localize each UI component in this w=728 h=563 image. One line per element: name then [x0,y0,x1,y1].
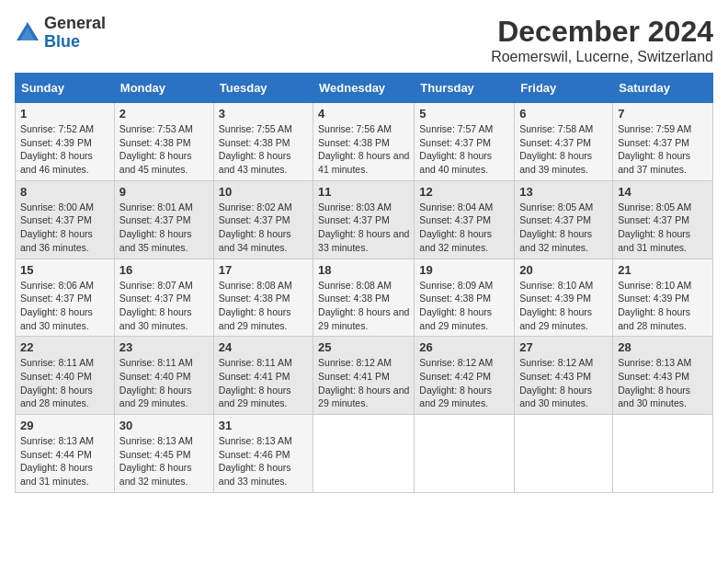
day-number: 22 [20,340,109,354]
day-number: 24 [219,340,308,354]
calendar-header-row: SundayMondayTuesdayWednesdayThursdayFrid… [16,74,713,103]
day-number: 30 [119,419,209,432]
location-subtitle: Roemerswil, Lucerne, Switzerland [491,49,713,65]
day-number: 27 [519,340,608,354]
calendar-cell: 23Sunrise: 8:11 AMSunset: 4:40 PMDayligh… [114,337,213,415]
calendar-cell [515,415,613,493]
calendar-cell: 2Sunrise: 7:53 AMSunset: 4:38 PMDaylight… [114,103,213,181]
day-info: Sunrise: 8:00 AMSunset: 4:37 PMDaylight:… [20,201,109,255]
calendar-cell: 24Sunrise: 8:11 AMSunset: 4:41 PMDayligh… [213,337,313,415]
day-number: 17 [219,263,308,277]
day-info: Sunrise: 7:56 AMSunset: 4:38 PMDaylight:… [318,122,409,177]
calendar-week-row: 29Sunrise: 8:13 AMSunset: 4:44 PMDayligh… [16,415,713,493]
day-info: Sunrise: 8:13 AMSunset: 4:46 PMDaylight:… [219,434,308,488]
day-info: Sunrise: 7:57 AMSunset: 4:37 PMDaylight:… [419,122,509,177]
day-number: 19 [419,263,509,277]
day-info: Sunrise: 7:59 AMSunset: 4:37 PMDaylight:… [618,122,708,177]
day-info: Sunrise: 8:08 AMSunset: 4:38 PMDaylight:… [318,279,409,333]
day-number: 4 [318,107,409,121]
day-info: Sunrise: 7:58 AMSunset: 4:37 PMDaylight:… [519,122,608,177]
day-number: 16 [119,263,209,277]
day-info: Sunrise: 8:12 AMSunset: 4:41 PMDaylight:… [318,356,409,410]
logo-blue-text: Blue [44,33,106,52]
calendar-cell [313,415,415,493]
day-number: 5 [419,107,509,121]
day-info: Sunrise: 8:08 AMSunset: 4:38 PMDaylight:… [219,279,308,333]
day-info: Sunrise: 8:03 AMSunset: 4:37 PMDaylight:… [318,201,409,255]
column-header-friday: Friday [515,74,613,103]
day-number: 25 [318,340,409,354]
day-info: Sunrise: 8:10 AMSunset: 4:39 PMDaylight:… [519,279,608,333]
day-number: 23 [119,340,209,354]
calendar-week-row: 1Sunrise: 7:52 AMSunset: 4:39 PMDaylight… [16,103,713,181]
calendar-cell: 26Sunrise: 8:12 AMSunset: 4:42 PMDayligh… [415,337,515,415]
day-info: Sunrise: 8:11 AMSunset: 4:41 PMDaylight:… [219,356,308,410]
calendar-cell: 27Sunrise: 8:12 AMSunset: 4:43 PMDayligh… [515,337,613,415]
calendar-cell: 21Sunrise: 8:10 AMSunset: 4:39 PMDayligh… [613,259,713,337]
calendar-cell: 19Sunrise: 8:09 AMSunset: 4:38 PMDayligh… [415,259,515,337]
calendar-cell: 20Sunrise: 8:10 AMSunset: 4:39 PMDayligh… [515,259,613,337]
day-number: 14 [618,185,708,199]
calendar-week-row: 8Sunrise: 8:00 AMSunset: 4:37 PMDaylight… [16,180,713,259]
day-number: 29 [20,419,109,432]
calendar-cell: 16Sunrise: 8:07 AMSunset: 4:37 PMDayligh… [114,259,213,337]
calendar-week-row: 15Sunrise: 8:06 AMSunset: 4:37 PMDayligh… [16,259,713,337]
day-number: 7 [618,107,708,121]
day-number: 21 [618,263,708,277]
column-header-monday: Monday [114,74,213,103]
column-header-saturday: Saturday [613,74,713,103]
calendar-cell: 3Sunrise: 7:55 AMSunset: 4:38 PMDaylight… [213,103,313,181]
day-info: Sunrise: 8:11 AMSunset: 4:40 PMDaylight:… [20,356,109,410]
calendar-cell: 6Sunrise: 7:58 AMSunset: 4:37 PMDaylight… [515,103,613,181]
day-number: 15 [20,263,109,277]
day-info: Sunrise: 8:11 AMSunset: 4:40 PMDaylight:… [119,356,209,410]
calendar-cell: 31Sunrise: 8:13 AMSunset: 4:46 PMDayligh… [213,415,313,493]
calendar-cell: 11Sunrise: 8:03 AMSunset: 4:37 PMDayligh… [313,180,415,259]
day-number: 1 [20,107,109,121]
calendar-cell: 30Sunrise: 8:13 AMSunset: 4:45 PMDayligh… [114,415,213,493]
calendar-cell: 18Sunrise: 8:08 AMSunset: 4:38 PMDayligh… [313,259,415,337]
day-number: 13 [519,185,608,199]
day-info: Sunrise: 8:07 AMSunset: 4:37 PMDaylight:… [119,279,209,333]
day-info: Sunrise: 8:09 AMSunset: 4:38 PMDaylight:… [419,279,509,333]
calendar-cell: 14Sunrise: 8:05 AMSunset: 4:37 PMDayligh… [613,180,713,259]
calendar-cell: 22Sunrise: 8:11 AMSunset: 4:40 PMDayligh… [16,337,115,415]
column-header-sunday: Sunday [16,74,115,103]
calendar-week-row: 22Sunrise: 8:11 AMSunset: 4:40 PMDayligh… [16,337,713,415]
day-number: 31 [219,419,308,432]
day-info: Sunrise: 8:04 AMSunset: 4:37 PMDaylight:… [419,201,509,255]
column-header-thursday: Thursday [415,74,515,103]
day-number: 20 [519,263,608,277]
day-info: Sunrise: 8:13 AMSunset: 4:44 PMDaylight:… [20,434,109,488]
calendar-cell: 12Sunrise: 8:04 AMSunset: 4:37 PMDayligh… [415,180,515,259]
day-info: Sunrise: 8:05 AMSunset: 4:37 PMDaylight:… [519,201,608,255]
day-number: 6 [519,107,608,121]
calendar-cell [613,415,713,493]
logo-general-text: General [44,15,106,33]
calendar-table: SundayMondayTuesdayWednesdayThursdayFrid… [15,73,713,493]
calendar-cell: 4Sunrise: 7:56 AMSunset: 4:38 PMDaylight… [313,103,415,181]
day-number: 10 [219,185,308,199]
calendar-cell: 5Sunrise: 7:57 AMSunset: 4:37 PMDaylight… [415,103,515,181]
calendar-cell: 7Sunrise: 7:59 AMSunset: 4:37 PMDaylight… [613,103,713,181]
day-info: Sunrise: 8:02 AMSunset: 4:37 PMDaylight:… [219,201,308,255]
day-info: Sunrise: 8:06 AMSunset: 4:37 PMDaylight:… [20,279,109,333]
month-title: December 2024 [491,15,713,49]
calendar-cell: 8Sunrise: 8:00 AMSunset: 4:37 PMDaylight… [16,180,115,259]
calendar-cell: 9Sunrise: 8:01 AMSunset: 4:37 PMDaylight… [114,180,213,259]
calendar-cell: 28Sunrise: 8:13 AMSunset: 4:43 PMDayligh… [613,337,713,415]
day-info: Sunrise: 8:13 AMSunset: 4:43 PMDaylight:… [618,356,708,410]
page-header: General Blue December 2024 Roemerswil, L… [15,15,713,65]
day-number: 11 [318,185,409,199]
day-info: Sunrise: 8:12 AMSunset: 4:43 PMDaylight:… [519,356,608,410]
day-info: Sunrise: 8:12 AMSunset: 4:42 PMDaylight:… [419,356,509,410]
day-number: 3 [219,107,308,121]
calendar-cell: 17Sunrise: 8:08 AMSunset: 4:38 PMDayligh… [213,259,313,337]
column-header-wednesday: Wednesday [313,74,415,103]
day-info: Sunrise: 7:53 AMSunset: 4:38 PMDaylight:… [119,122,209,177]
calendar-cell: 10Sunrise: 8:02 AMSunset: 4:37 PMDayligh… [213,180,313,259]
day-info: Sunrise: 8:10 AMSunset: 4:39 PMDaylight:… [618,279,708,333]
day-info: Sunrise: 8:13 AMSunset: 4:45 PMDaylight:… [119,434,209,488]
day-info: Sunrise: 7:55 AMSunset: 4:38 PMDaylight:… [219,122,308,177]
day-info: Sunrise: 8:01 AMSunset: 4:37 PMDaylight:… [119,201,209,255]
